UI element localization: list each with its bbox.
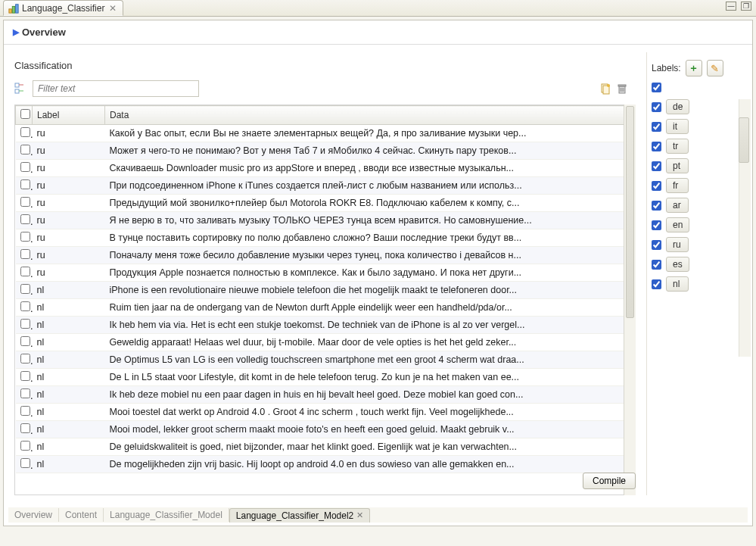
label-checkbox[interactable] <box>652 279 661 289</box>
row-checkbox[interactable] <box>20 284 30 294</box>
table-row[interactable]: nlDe L in L5 staat voor Lifestyle, dit k… <box>16 369 635 386</box>
row-label: ru <box>33 229 105 247</box>
bottom-tab[interactable]: Language_Classifier_Model <box>104 508 229 522</box>
maximize-button[interactable]: ❐ <box>741 2 751 11</box>
row-label: nl <box>33 317 105 334</box>
label-row: pt <box>652 158 748 173</box>
compile-button[interactable]: Compile <box>583 473 636 489</box>
label-row: en <box>652 217 748 232</box>
filter-input[interactable] <box>33 80 199 97</box>
label-row: es <box>652 257 748 272</box>
structure-icon[interactable] <box>14 83 26 95</box>
table-row[interactable]: ruЯ не верю в то, что заливать музыку ТО… <box>16 212 635 229</box>
table-row[interactable]: ruПродукция Apple познается полностью в … <box>16 264 635 282</box>
label-chip[interactable]: pt <box>666 158 689 173</box>
classification-table-wrap: Label Data ruКакой у Вас опыт, если Вы н… <box>14 105 636 495</box>
row-checkbox[interactable] <box>20 388 30 398</box>
label-checkbox[interactable] <box>652 161 661 171</box>
table-row[interactable]: nlMooi toestel dat werkt op Android 4.0 … <box>16 404 635 421</box>
add-label-button[interactable]: ＋ <box>686 60 702 76</box>
label-chip[interactable]: nl <box>666 276 689 292</box>
edit-label-button[interactable]: ✎ <box>707 60 723 76</box>
label-checkbox[interactable] <box>652 201 661 211</box>
row-checkbox[interactable] <box>20 458 30 468</box>
col-header-check[interactable] <box>16 106 33 125</box>
copy-icon[interactable] <box>599 83 611 95</box>
table-row[interactable]: nlDe mogelijkheden zijn vrij basic. Hij … <box>16 456 635 473</box>
table-row[interactable]: ruПри подсоединенном iPhone к iTunes соз… <box>16 177 635 195</box>
table-row[interactable]: nlIk heb hem via via. Het is echt een st… <box>16 317 635 334</box>
close-icon[interactable]: ✕ <box>356 510 363 520</box>
row-checkbox[interactable] <box>20 249 30 259</box>
table-row[interactable]: ruСкачиваешь Downloader music pro из app… <box>16 160 635 177</box>
scrollbar-thumb[interactable] <box>626 106 634 318</box>
row-data: De L in L5 staat voor Lifestyle, dit kom… <box>105 369 635 386</box>
row-checkbox[interactable] <box>20 232 30 242</box>
minimize-button[interactable]: — <box>726 2 736 11</box>
row-checkbox[interactable] <box>20 145 30 154</box>
table-row[interactable]: nlIk heb deze mobiel nu een paar dagen i… <box>16 386 635 404</box>
row-label: nl <box>33 351 105 369</box>
labels-scrollbar-thumb[interactable] <box>739 117 749 163</box>
row-checkbox[interactable] <box>20 127 30 137</box>
row-checkbox[interactable] <box>20 214 30 224</box>
row-label: ru <box>33 177 105 195</box>
scrollbar-vertical[interactable] <box>624 105 636 495</box>
label-chip[interactable]: de <box>666 99 689 114</box>
bottom-tab[interactable]: Content <box>59 508 104 522</box>
col-header-label[interactable]: Label <box>33 106 105 125</box>
row-checkbox[interactable] <box>20 197 30 207</box>
table-row[interactable]: nliPhone is een revolutionaire nieuwe mo… <box>16 282 635 299</box>
close-icon[interactable]: ✕ <box>107 3 118 14</box>
editor-tab-active[interactable]: Language_Classifier ✕ <box>3 0 123 16</box>
table-row[interactable]: ruВ тунце поставить сортировку по полю д… <box>16 229 635 247</box>
table-row[interactable]: nlMooi model, lekker groot scherm maakt … <box>16 421 635 438</box>
label-checkbox[interactable] <box>652 142 661 151</box>
label-checkbox[interactable] <box>652 122 661 132</box>
select-all-checkbox[interactable] <box>20 109 30 119</box>
table-row[interactable]: nlGeweldig apparaat! Helaas wel duur, bi… <box>16 334 635 351</box>
label-chip[interactable]: ar <box>666 198 689 213</box>
label-chip[interactable]: tr <box>666 139 689 154</box>
label-chip[interactable]: fr <box>666 178 689 193</box>
row-checkbox[interactable] <box>20 267 30 276</box>
row-checkbox[interactable] <box>20 336 30 346</box>
row-label: nl <box>33 386 105 404</box>
table-row[interactable]: nlDe geluidskwaliteit is goed, niet bijz… <box>16 438 635 456</box>
row-checkbox[interactable] <box>20 441 30 451</box>
row-checkbox[interactable] <box>20 319 30 329</box>
row-checkbox[interactable] <box>20 354 30 363</box>
label-checkbox[interactable] <box>652 220 661 230</box>
row-checkbox[interactable] <box>20 423 30 433</box>
table-row[interactable]: ruКакой у Вас опыт, если Вы не знаете эл… <box>16 125 635 142</box>
label-chip[interactable]: en <box>666 217 689 232</box>
window-controls: — ❐ <box>726 2 751 11</box>
bottom-tab[interactable]: Language_Classifier_Model2✕ <box>229 508 370 523</box>
table-row[interactable]: nlDe Optimus L5 van LG is een volledig t… <box>16 351 635 369</box>
label-checkbox[interactable] <box>652 260 661 270</box>
table-row[interactable]: ruПоначалу меня тоже бесило добавление м… <box>16 247 635 264</box>
col-header-data[interactable]: Data <box>105 106 635 125</box>
label-chip[interactable]: it <box>666 119 689 134</box>
trash-icon[interactable] <box>616 83 628 95</box>
bottom-tab-strip: OverviewContentLanguage_Classifier_Model… <box>8 507 748 523</box>
row-checkbox[interactable] <box>20 162 30 172</box>
label-checkbox[interactable] <box>652 240 661 250</box>
overview-header[interactable]: ▶ Overview <box>4 20 752 45</box>
label-checkbox[interactable] <box>652 102 661 112</box>
bottom-tab[interactable]: Overview <box>8 508 59 522</box>
classification-table-scroll[interactable]: Label Data ruКакой у Вас опыт, если Вы н… <box>14 105 636 495</box>
label-chip[interactable]: ru <box>666 237 689 252</box>
row-checkbox[interactable] <box>20 301 30 311</box>
classification-toolbar <box>14 80 639 97</box>
table-row[interactable]: ruМожет я чего-то не понимаю? Вот у меня… <box>16 142 635 160</box>
label-row: ru <box>652 237 748 252</box>
labels-master-checkbox[interactable] <box>652 83 661 92</box>
label-chip[interactable]: es <box>666 257 689 272</box>
table-row[interactable]: ruПредыдущий мой звонилко+плейер был Mot… <box>16 195 635 212</box>
row-checkbox[interactable] <box>20 406 30 416</box>
table-row[interactable]: nlRuim tien jaar na de ondergang van de … <box>16 299 635 317</box>
label-checkbox[interactable] <box>652 181 661 191</box>
row-checkbox[interactable] <box>20 179 30 189</box>
row-checkbox[interactable] <box>20 371 30 381</box>
